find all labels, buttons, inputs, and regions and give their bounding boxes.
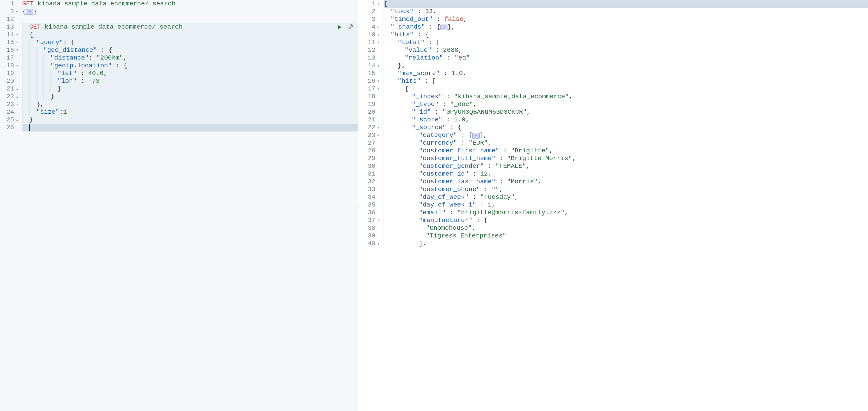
code-line[interactable]: "hits" : [ — [383, 77, 868, 85]
token-punc: : — [480, 186, 492, 193]
code-line[interactable]: "currency" : "EUR", — [383, 139, 868, 147]
token-key: "day_of_week" — [419, 194, 469, 201]
code-line[interactable]: "_source" : { — [383, 124, 868, 131]
token-key: "_id" — [412, 108, 431, 116]
code-line[interactable]: "total" : { — [383, 39, 868, 47]
code-line[interactable]: "lon" : -73 — [22, 77, 358, 85]
code-line[interactable]: "_shards" : {↔}, — [383, 23, 868, 31]
code-line[interactable]: "value" : 2688, — [383, 47, 868, 54]
fold-toggle[interactable]: ▾ — [15, 47, 20, 54]
code-line[interactable]: { — [383, 0, 868, 8]
code-line[interactable]: GET kibana_sample_data_ecommerce/_search — [22, 0, 358, 8]
token-key: "category" — [419, 131, 457, 139]
token-punc: { — [405, 85, 408, 92]
code-line[interactable]: {↔} — [22, 8, 358, 16]
code-line[interactable]: "manufacturer" : [ — [383, 216, 868, 224]
code-line[interactable]: } — [22, 93, 358, 100]
fold-toggle[interactable]: ▾ — [15, 62, 20, 69]
code-line[interactable]: }, — [383, 62, 868, 69]
fold-toggle[interactable]: ▴ — [376, 62, 381, 69]
code-line[interactable]: { — [22, 31, 358, 39]
fold-toggle[interactable]: ▾ — [376, 124, 381, 131]
code-line[interactable]: { — [383, 85, 868, 93]
token-punc: : — [446, 209, 457, 216]
fold-widget[interactable]: ↔ — [26, 9, 33, 15]
fold-widget[interactable]: ↔ — [440, 25, 447, 30]
fold-toggle[interactable]: ▴ — [15, 100, 20, 108]
fold-toggle[interactable]: ▾ — [376, 0, 381, 8]
token-key: "total" — [398, 39, 425, 46]
fold-toggle[interactable]: ▾ — [376, 77, 381, 85]
token-str: "FEMALE" — [496, 163, 526, 170]
token-punc: : — [89, 54, 96, 62]
fold-toggle[interactable]: ▸ — [376, 23, 381, 31]
fold-toggle[interactable]: ▴ — [376, 240, 381, 247]
code-line[interactable]: "geoip.location" : { — [22, 62, 358, 69]
response-code[interactable]: {"took" : 33,"timed_out" : false,"_shard… — [383, 0, 868, 247]
code-line[interactable]: "day_of_week_i" : 1, — [383, 201, 868, 209]
response-viewer[interactable]: 1▾234▸10▾11▾121314▴1516▾17▾1819202122▾23… — [362, 0, 868, 411]
code-line[interactable]: "day_of_week" : "Tuesday", — [383, 194, 868, 201]
code-line[interactable]: "query": { — [22, 39, 358, 47]
fold-toggle[interactable]: ▾ — [376, 31, 381, 39]
pane-splitter[interactable] — [358, 0, 362, 411]
code-line[interactable]: "category" : [↔], — [383, 131, 868, 139]
code-line[interactable]: "hits" : { — [383, 31, 868, 39]
code-line[interactable]: }, — [22, 100, 358, 108]
fold-toggle[interactable]: ▸ — [376, 131, 381, 139]
token-punc: , — [569, 93, 572, 100]
fold-toggle[interactable]: ▴ — [15, 85, 20, 93]
code-line[interactable]: "distance": "200km", — [22, 54, 358, 62]
token-num: 2688 — [443, 47, 459, 54]
fold-toggle[interactable]: ▾ — [376, 216, 381, 224]
fold-toggle[interactable]: ▾ — [15, 39, 20, 47]
code-line[interactable]: "customer_gender" : "FEMALE", — [383, 163, 868, 170]
fold-toggle[interactable]: ▾ — [376, 39, 381, 47]
code-line[interactable]: "customer_phone" : "", — [383, 186, 868, 194]
code-line[interactable]: } — [22, 116, 358, 124]
code-line[interactable]: "customer_full_name" : "Brigitte Morris"… — [383, 155, 868, 163]
request-options-icon[interactable] — [347, 24, 354, 30]
code-line[interactable]: "customer_first_name" : "Brigitte", — [383, 147, 868, 155]
run-request-icon[interactable] — [336, 24, 343, 30]
request-code[interactable]: GET kibana_sample_data_ecommerce/_search… — [22, 0, 358, 131]
response-gutter: 1▾234▸10▾11▾121314▴1516▾17▾1819202122▾23… — [362, 0, 378, 247]
fold-toggle[interactable]: ▴ — [15, 93, 20, 100]
code-line[interactable]: "size":1 — [22, 108, 358, 116]
code-line[interactable]: "relation" : "eq" — [383, 54, 868, 62]
token-punc: } — [29, 116, 33, 123]
code-line[interactable]: "geo_distance" : { — [22, 47, 358, 54]
token-punc: : — [476, 201, 488, 208]
code-line[interactable]: GET kibana_sample_data_ecommerce/_search — [22, 23, 358, 31]
code-line[interactable]: "took" : 33, — [383, 8, 868, 16]
code-line[interactable]: "Tigress Enterprises" — [383, 232, 868, 240]
code-line[interactable]: "Gnomehouse", — [383, 224, 868, 232]
code-line[interactable]: "lat" : 40.6, — [22, 69, 358, 77]
token-key: "hits" — [391, 31, 413, 38]
code-line[interactable]: "customer_last_name" : "Morris", — [383, 178, 868, 186]
code-line[interactable]: "timed_out" : false, — [383, 16, 868, 23]
token-punc: : { — [425, 23, 440, 31]
code-line[interactable]: "_index" : "kibana_sample_data_ecommerce… — [383, 93, 868, 100]
token-punc: ], — [480, 131, 488, 139]
token-key: "timed_out" — [391, 16, 433, 23]
request-editor[interactable]: 12▸121314▾15▾16▾1718▾192021▴22▴23▴2425▴2… — [0, 0, 358, 411]
token-punc: : — [432, 47, 443, 54]
code-line[interactable]: "max_score" : 1.0, — [383, 69, 868, 77]
fold-toggle[interactable]: ▸ — [15, 8, 20, 16]
code-line[interactable]: "_score" : 1.0, — [383, 116, 868, 124]
code-line[interactable]: "_id" : "0PyUM3QBANuM53D3CKCR", — [383, 108, 868, 116]
token-punc: : — [440, 69, 451, 77]
fold-toggle[interactable]: ▾ — [376, 85, 381, 93]
fold-toggle[interactable]: ▴ — [15, 116, 20, 124]
code-line[interactable]: "customer_id" : 12, — [383, 170, 868, 178]
code-line[interactable]: } — [22, 85, 358, 93]
token-punc: , — [458, 47, 462, 54]
code-line[interactable] — [22, 16, 358, 23]
code-line[interactable] — [22, 124, 358, 131]
fold-widget[interactable]: ↔ — [472, 133, 479, 139]
fold-toggle[interactable]: ▾ — [15, 31, 20, 39]
code-line[interactable]: ], — [383, 240, 868, 247]
code-line[interactable]: "_type" : "_doc", — [383, 100, 868, 108]
code-line[interactable]: "email" : "brigitte@morris-family.zzz", — [383, 209, 868, 216]
